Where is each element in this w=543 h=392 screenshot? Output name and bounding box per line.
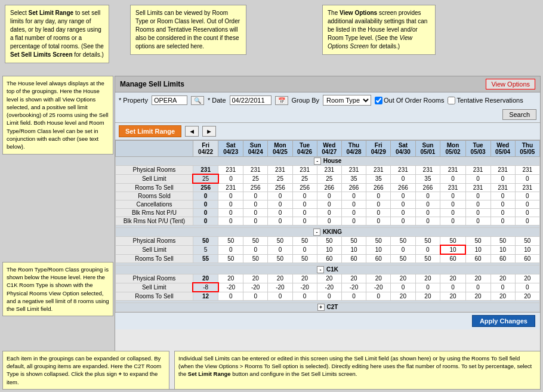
kking-sell-13[interactable]	[490, 245, 515, 254]
prev-nav-button[interactable]: ◄	[185, 126, 199, 137]
house-sell-input-2[interactable]	[223, 175, 239, 182]
kking-expand-icon[interactable]: -	[313, 229, 320, 236]
kking-rts-5: 50	[292, 254, 317, 263]
house-sell-input-13[interactable]	[495, 175, 511, 182]
house-blkt-9: 0	[391, 217, 415, 226]
c1k-phys-9: 20	[391, 274, 415, 283]
col-header-10: Sun05/01	[415, 141, 440, 157]
house-sell-input-4[interactable]	[272, 175, 288, 182]
house-sell-12[interactable]	[465, 174, 490, 183]
house-sell-10[interactable]	[415, 174, 440, 183]
kking-phys-14: 50	[515, 237, 539, 246]
next-nav-button[interactable]: ►	[202, 126, 216, 137]
house-sell-input-11[interactable]	[445, 175, 461, 182]
out-of-order-checkbox-label[interactable]: Out Of Order Rooms	[375, 97, 444, 104]
set-limit-range-button[interactable]: Set Limit Range	[119, 125, 181, 137]
house-sell-input-10[interactable]	[419, 175, 436, 182]
kking-rts-3: 50	[243, 254, 268, 263]
house-sell-input-9[interactable]	[394, 175, 411, 182]
kking-sell-12[interactable]	[465, 245, 490, 254]
c1k-sell-5[interactable]	[292, 283, 317, 292]
house-phys-13: 231	[490, 166, 515, 175]
house-sell-1[interactable]	[193, 174, 218, 183]
house-sell-11[interactable]	[440, 174, 465, 183]
group-by-select[interactable]: Room Type	[323, 95, 371, 106]
tentative-checkbox[interactable]	[448, 97, 455, 104]
kking-sell-1[interactable]	[193, 245, 218, 254]
house-blk-tent-label: Blk Rms Not P/U (Tent)	[116, 217, 193, 226]
house-blkt-7: 0	[341, 217, 366, 226]
house-sell-7[interactable]	[341, 174, 366, 183]
house-sell-input-6[interactable]	[321, 175, 338, 182]
tentative-checkbox-label[interactable]: Tentative Reservations	[448, 97, 523, 104]
house-sell-8[interactable]	[366, 174, 391, 183]
c1k-sell-13[interactable]	[490, 283, 515, 292]
house-sell-5[interactable]	[292, 174, 317, 183]
house-canc-7: 0	[341, 200, 366, 209]
house-sell-9[interactable]	[391, 174, 415, 183]
view-options-button[interactable]: View Options	[486, 79, 535, 89]
c1k-expand-icon[interactable]: -	[317, 266, 324, 273]
house-blkt-8: 0	[366, 217, 391, 226]
house-sell-input-1[interactable]	[198, 175, 214, 182]
kking-phys-9: 50	[391, 237, 415, 246]
c1k-sell-14[interactable]	[515, 283, 539, 292]
house-expand-icon[interactable]: -	[314, 158, 321, 165]
c1k-sell-7[interactable]	[341, 283, 366, 292]
c1k-sell-4[interactable]	[268, 283, 292, 292]
house-sell-limit-label: Sell Limit	[116, 174, 193, 183]
house-sell-input-12[interactable]	[470, 175, 486, 182]
kking-sell-7[interactable]	[341, 245, 366, 254]
c1k-sell-2[interactable]	[218, 283, 243, 292]
house-canc-8: 0	[366, 200, 391, 209]
house-phys-6: 231	[317, 166, 341, 175]
house-sell-13[interactable]	[490, 174, 515, 183]
c1k-sell-8[interactable]	[366, 283, 391, 292]
house-blkt-14: 0	[515, 217, 539, 226]
property-input[interactable]	[152, 95, 187, 105]
c1k-sell-11[interactable]	[440, 283, 465, 292]
house-phys-11: 231	[440, 166, 465, 175]
kking-sell-11[interactable]	[440, 245, 465, 254]
calendar-icon[interactable]: 📅	[275, 96, 288, 105]
house-phys-2: 231	[218, 166, 243, 175]
property-search-icon[interactable]: 🔍	[191, 96, 204, 105]
c1k-sell-10[interactable]	[415, 283, 440, 292]
kking-sell-4[interactable]	[268, 245, 292, 254]
date-input[interactable]	[230, 95, 272, 105]
apply-changes-button[interactable]: Apply Changes	[472, 315, 535, 327]
kking-sell-10[interactable]	[415, 245, 440, 254]
house-rts-1: 256	[193, 183, 218, 192]
kking-sell-6[interactable]	[317, 245, 341, 254]
house-sell-input-14[interactable]	[519, 175, 536, 182]
kking-rts-4: 50	[268, 254, 292, 263]
kking-sell-8[interactable]	[366, 245, 391, 254]
house-sell-14[interactable]	[515, 174, 539, 183]
c1k-sell-9[interactable]	[391, 283, 415, 292]
house-sell-input-7[interactable]	[345, 175, 362, 182]
kking-phys-13: 50	[490, 237, 515, 246]
house-sell-2[interactable]	[218, 174, 243, 183]
house-blkt-6: 0	[317, 217, 341, 226]
kking-sell-14[interactable]	[515, 245, 539, 254]
c1k-sell-6[interactable]	[317, 283, 341, 292]
kking-sell-2[interactable]	[218, 245, 243, 254]
tooltip-house-level: The House level always displays at the t…	[2, 76, 113, 155]
c1k-sell-12[interactable]	[465, 283, 490, 292]
c1k-sell-1[interactable]	[193, 283, 218, 292]
kking-sell-3[interactable]	[243, 245, 268, 254]
kking-sell-5[interactable]	[292, 245, 317, 254]
house-sell-4[interactable]	[268, 174, 292, 183]
out-of-order-checkbox[interactable]	[375, 97, 382, 104]
kking-sell-9[interactable]	[391, 245, 415, 254]
house-sell-input-3[interactable]	[247, 175, 264, 182]
c1k-sell-3[interactable]	[243, 283, 268, 292]
house-sell-input-5[interactable]	[297, 175, 313, 182]
house-sell-6[interactable]	[317, 174, 341, 183]
house-sell-3[interactable]	[243, 174, 268, 183]
house-sell-input-8[interactable]	[370, 175, 387, 182]
search-button[interactable]: Search	[502, 109, 536, 120]
c2t-expand-icon[interactable]: +	[317, 304, 325, 311]
house-phys-7: 231	[341, 166, 366, 175]
house-rs-9: 0	[391, 192, 415, 200]
